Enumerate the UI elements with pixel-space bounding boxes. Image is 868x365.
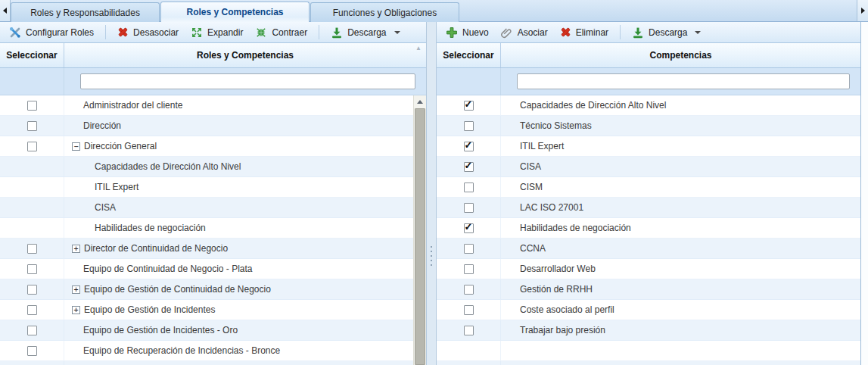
desasociar-label: Desasociar (133, 27, 179, 38)
row-checkbox[interactable] (27, 285, 37, 295)
row-checkbox[interactable] (27, 326, 37, 335)
table-row: Habilidades de negociación (0, 218, 413, 239)
roles-vertical-scrollbar[interactable] (413, 95, 426, 365)
row-main-cell: Capacidades de Dirección Alto Nivel (501, 95, 860, 115)
row-checkbox[interactable] (464, 203, 474, 213)
collapse-arrows-icon (255, 27, 267, 39)
tab-strip: Roles y ResponsabilidadesRoles y Compete… (0, 0, 868, 22)
competencias-filter-row (437, 68, 860, 95)
row-checkbox[interactable] (464, 285, 474, 295)
tab-funciones-y-obligaciones[interactable]: Funciones y Obligaciones (310, 2, 459, 22)
row-main-cell (501, 341, 860, 360)
row-main-cell: ITIL Expert (64, 177, 413, 197)
download-icon (331, 27, 343, 39)
roles-filter-input[interactable] (80, 73, 415, 89)
checkmark-icon: ✓ (465, 139, 473, 151)
configurar-roles-button[interactable]: Configurar Roles (4, 24, 99, 41)
row-label: Director de Continuidad de Negocio (84, 243, 228, 254)
tab-roles-y-responsabilidades[interactable]: Roles y Responsabilidades (11, 2, 160, 22)
nuevo-button[interactable]: Nuevo (440, 24, 494, 41)
row-checkbox[interactable]: ✓ (464, 162, 474, 172)
row-checkbox[interactable]: ✓ (464, 223, 474, 233)
row-main-cell: Desarrollador Web (501, 259, 860, 279)
toolbar-separator (319, 25, 319, 39)
main-area: Configurar Roles Desasociar (0, 22, 868, 365)
row-select-cell (437, 361, 501, 365)
row-label: Técnico Sistemas (520, 120, 592, 131)
panel-splitter[interactable] (426, 22, 437, 365)
row-label: Coste asociado al perfil (520, 304, 614, 315)
asociar-button[interactable]: Asociar (496, 24, 553, 41)
competencias-filter-select-cell (437, 68, 501, 95)
red-x-icon (117, 27, 129, 38)
row-select-cell (437, 341, 501, 360)
tree-expand-icon[interactable]: + (72, 245, 80, 253)
competencias-filter-input[interactable] (517, 73, 850, 89)
row-checkbox[interactable] (27, 142, 37, 151)
scrollbar-thumb[interactable] (415, 108, 425, 365)
row-select-cell (0, 341, 64, 360)
competencias-filter-cell (501, 68, 860, 95)
table-row: Coste asociado al perfil (437, 300, 860, 320)
row-label: ITIL Expert (520, 141, 564, 151)
roles-filter-row (0, 68, 426, 95)
descarga-competencias-button[interactable]: Descarga (627, 24, 706, 41)
tree-expand-icon[interactable]: + (72, 306, 80, 314)
tab-roles-y-competencias[interactable]: Roles y Competencias (160, 2, 310, 22)
row-checkbox[interactable] (464, 182, 474, 192)
table-row: ✓Capacidades de Dirección Alto Nivel (437, 95, 860, 116)
table-row: CISA (0, 198, 413, 218)
expandir-button[interactable]: Expandir (185, 24, 248, 41)
row-checkbox[interactable] (464, 264, 474, 274)
row-checkbox[interactable]: ✓ (464, 101, 474, 111)
table-row: Técnico Sistemas (437, 116, 860, 136)
row-checkbox[interactable] (27, 305, 37, 315)
roles-main-column-header[interactable]: Roles y Competencias ▲ (64, 43, 426, 67)
row-select-cell (0, 136, 64, 156)
row-select-cell (437, 239, 501, 258)
competencias-grid-body: ✓Capacidades de Dirección Alto NivelTécn… (437, 95, 860, 365)
arrow-left-icon (3, 8, 7, 14)
row-checkbox[interactable] (27, 101, 37, 111)
checkmark-icon: ✓ (465, 221, 473, 232)
tab-scroll-right-button[interactable] (857, 0, 868, 21)
tree-expand-icon[interactable]: + (72, 285, 80, 294)
row-main-cell: Dirección (64, 116, 413, 136)
row-checkbox[interactable] (464, 326, 474, 335)
descarga-roles-button[interactable]: Descarga (325, 24, 405, 41)
row-select-cell (0, 95, 64, 115)
desasociar-button[interactable]: Desasociar (112, 24, 184, 40)
tab-scroll-left-button[interactable] (0, 0, 11, 21)
table-row: −Dirección General (0, 136, 413, 157)
toolbar-separator (620, 25, 621, 39)
row-main-cell: +Equipo de Gestión de Incidentes (64, 300, 413, 320)
roles-select-column-header[interactable]: Seleccionar (0, 43, 64, 67)
tree-collapse-icon[interactable]: − (72, 142, 80, 151)
roles-main-column-label: Roles y Competencias (197, 50, 294, 61)
row-checkbox[interactable] (464, 305, 474, 315)
row-main-cell: Habilidades de negociación (501, 218, 860, 238)
row-select-cell (0, 157, 64, 176)
row-checkbox[interactable] (27, 121, 37, 131)
row-checkbox[interactable] (464, 244, 474, 254)
row-label: CISA (95, 202, 116, 213)
scrollbar-up-button[interactable] (414, 95, 426, 108)
checkmark-icon: ✓ (465, 160, 473, 171)
row-label: Administrador del cliente (83, 100, 182, 111)
row-label: Trabajar bajo presión (520, 325, 605, 335)
row-select-cell (0, 198, 64, 217)
row-checkbox[interactable] (464, 121, 474, 131)
competencias-select-column-header[interactable]: Seleccionar (437, 43, 501, 67)
row-checkbox[interactable] (27, 346, 37, 356)
competencias-main-column-header[interactable]: Competencias (501, 43, 860, 67)
table-row: Capacidades de Dirección Alto Nivel (0, 157, 413, 177)
dropdown-arrow-icon (695, 31, 701, 34)
eliminar-button[interactable]: Eliminar (555, 24, 614, 40)
row-checkbox[interactable] (27, 264, 37, 274)
row-select-cell (0, 239, 64, 258)
row-checkbox[interactable]: ✓ (464, 142, 474, 151)
contraer-button[interactable]: Contraer (250, 24, 313, 41)
table-row: Gestión de RRHH (437, 279, 860, 300)
row-checkbox[interactable] (27, 244, 37, 254)
row-select-cell (437, 259, 501, 279)
